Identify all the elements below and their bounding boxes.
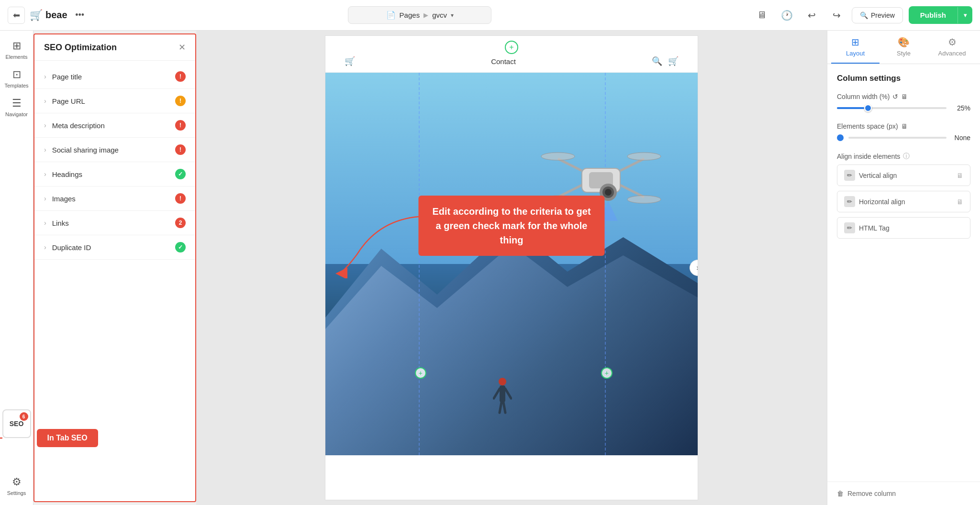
chevron-right-icon: › [44, 170, 46, 178]
align-inside-setting: Align inside elements ⓘ ✏ Vertical align… [837, 152, 970, 239]
seo-item-social-sharing[interactable]: › Social sharing image ! [34, 138, 195, 162]
elements-space-label: Elements space (px) 🖥 [837, 122, 970, 130]
sidebar-icons: ⊞ Elements ⊡ Templates ☰ Navigator [0, 31, 33, 505]
info-box-line2: a green check mark for the whole thing [436, 220, 588, 245]
svg-line-10 [620, 185, 644, 197]
more-button[interactable]: ••• [72, 8, 88, 23]
more-icon: ••• [75, 10, 84, 20]
tab-advanced[interactable]: ⚙ Advanced [928, 31, 976, 64]
vertical-align-button[interactable]: ✏ Vertical align 🖥 [837, 165, 970, 186]
seo-item-page-url[interactable]: › Page URL ! [34, 89, 195, 113]
preview-button[interactable]: 🔍 Preview [852, 7, 903, 23]
svg-point-16 [499, 378, 506, 385]
remove-column-button[interactable]: 🗑 Remove column [827, 482, 980, 505]
add-element-button-1[interactable]: + [415, 367, 426, 379]
refresh-icon[interactable]: ↺ [892, 93, 898, 100]
desktop-view-button[interactable]: 🖥 [752, 6, 771, 25]
publish-label: Publish [909, 6, 958, 24]
topbar-left: ⬅ 🛒 beae ••• [8, 7, 88, 24]
advanced-tab-icon: ⚙ [948, 36, 957, 48]
slider-track[interactable] [848, 137, 947, 139]
seo-panel-title: SEO Optimization [44, 43, 117, 53]
page-icon: 📄 [386, 11, 396, 20]
seo-tooltip: In Tab SEO [37, 429, 98, 447]
slider-fill [837, 107, 864, 109]
tab-style[interactable]: 🎨 Style [880, 31, 928, 64]
advanced-tab-label: Advanced [938, 50, 966, 57]
sidebar-item-templates[interactable]: ⊡ Templates [2, 64, 31, 93]
svg-point-11 [541, 153, 575, 160]
sidebar-item-elements[interactable]: ⊞ Elements [2, 35, 31, 64]
back-button[interactable]: ⬅ [8, 7, 25, 24]
chevron-right-icon: › [44, 97, 46, 105]
align-inside-label: Align inside elements ⓘ [837, 152, 970, 161]
seo-close-button[interactable]: ✕ [178, 42, 186, 53]
layout-tab-label: Layout [846, 50, 865, 57]
slider-track[interactable] [837, 107, 947, 109]
info-icon: ⓘ [903, 152, 910, 161]
html-tag-label: HTML Tag [859, 224, 890, 232]
seo-item-headings[interactable]: › Headings ✓ [34, 162, 195, 187]
seo-item-label: Images [52, 195, 175, 203]
edit-icon: ✏ [844, 196, 855, 207]
topbar: ⬅ 🛒 beae ••• 📄 Pages ▶ gvcv ▾ 🖥 🕐 ↩ ↪ [0, 0, 980, 31]
style-tab-label: Style [897, 50, 911, 57]
page-selector[interactable]: 📄 Pages ▶ gvcv ▾ [348, 6, 491, 24]
sidebar-item-settings[interactable]: ⚙ Settings [2, 472, 31, 500]
canvas-hero-image: Edit according to the criteria to get a … [325, 73, 698, 455]
undo-button[interactable]: ↩ [802, 6, 821, 25]
dropdown-arrow-icon: ▾ [451, 12, 454, 19]
seo-item-label: Headings [52, 170, 175, 178]
svg-line-20 [500, 402, 501, 413]
desktop-icon: 🖥 [901, 122, 908, 130]
canvas-arrow-svg [333, 207, 438, 278]
svg-line-7 [558, 159, 582, 171]
slider-dot [837, 134, 844, 141]
settings-icon: ⚙ [12, 476, 22, 488]
slider-thumb[interactable] [864, 104, 872, 112]
sidebar-icons-wrapper: ⊞ Elements ⊡ Templates ☰ Navigator [2, 35, 31, 505]
page-name: gvcv [432, 11, 447, 19]
templates-icon: ⊡ [12, 68, 21, 81]
svg-line-18 [494, 389, 500, 398]
edit-icon: ✏ [844, 170, 855, 181]
seo-item-label: Social sharing image [52, 146, 175, 154]
seo-item-images[interactable]: › Images ! [34, 187, 195, 211]
topbar-center: 📄 Pages ▶ gvcv ▾ [93, 6, 746, 24]
redo-button[interactable]: ↪ [827, 6, 846, 25]
horizontal-align-button[interactable]: ✏ Horizontal align 🖥 [837, 191, 970, 212]
logo-icon: 🛒 [30, 9, 43, 22]
publish-dropdown-icon[interactable]: ▾ [958, 7, 972, 23]
seo-item-links[interactable]: › Links 2 [34, 211, 195, 235]
seo-item-page-title[interactable]: › Page title ! [34, 65, 195, 89]
history-button[interactable]: 🕐 [777, 6, 796, 25]
desktop-icon: 🖥 [901, 93, 908, 100]
column-width-slider[interactable]: 25% [837, 104, 970, 112]
column-width-value: 25% [951, 104, 970, 112]
seo-item-label: Meta description [52, 121, 175, 130]
search-icon: 🔍 [652, 56, 662, 66]
elements-space-slider[interactable]: None [837, 134, 970, 142]
tab-layout[interactable]: ⊞ Layout [831, 31, 880, 64]
add-element-button-2[interactable]: + [601, 367, 612, 379]
seo-icon: SEO [10, 420, 24, 428]
pages-label: Pages [400, 11, 420, 19]
canvas-add-section-button[interactable]: + [505, 41, 518, 54]
sidebar-item-navigator[interactable]: ☰ Navigator [2, 93, 31, 121]
canvas-info-box: Edit according to the criteria to get a … [419, 196, 605, 256]
navigator-icon: ☰ [12, 97, 22, 110]
seo-item-label: Page URL [52, 97, 175, 105]
sidebar-item-seo[interactable]: 6 SEO [2, 409, 31, 438]
seo-item-label: Links [52, 219, 175, 227]
chevron-right-icon: › [44, 146, 46, 154]
html-tag-button[interactable]: ✏ HTML Tag [837, 217, 970, 239]
canvas-frame: + 🛒 Contact 🔍 🛒 [325, 35, 698, 500]
seo-item-duplicate-id[interactable]: › Duplicate ID ✓ [34, 235, 195, 260]
seo-item-label: Duplicate ID [52, 243, 175, 252]
remove-column-label: Remove column [847, 490, 896, 497]
topbar-right: 🖥 🕐 ↩ ↪ 🔍 Preview Publish ▾ [752, 6, 972, 25]
publish-button[interactable]: Publish ▾ [909, 6, 972, 24]
svg-point-14 [627, 196, 661, 203]
seo-item-meta-description[interactable]: › Meta description ! [34, 113, 195, 138]
chevron-right-icon: › [44, 73, 46, 80]
